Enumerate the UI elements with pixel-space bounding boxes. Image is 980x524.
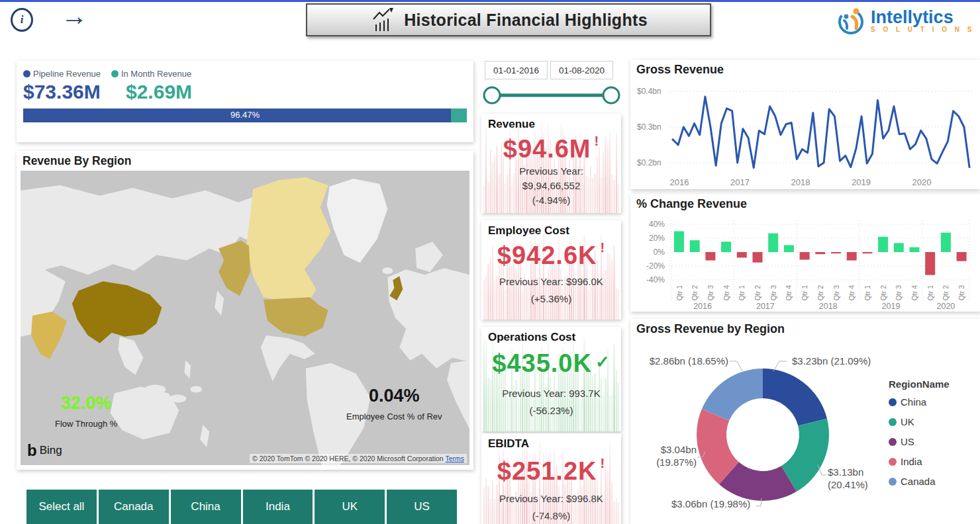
gross-revenue-line-chart[interactable]: $0.4bn$0.3bn$0.2bn20162017201820192020 (633, 77, 977, 189)
legend-dot (23, 70, 30, 77)
bar-2016-Qtr2[interactable] (690, 240, 700, 252)
chart-title: Gross Revenue (636, 63, 724, 77)
svg-text:Qtr 4: Qtr 4 (785, 285, 793, 300)
company-logo: Intellytics S O L U T I O N S (836, 3, 975, 38)
legend-item-canada[interactable]: Canada (889, 476, 950, 487)
legend-item-china[interactable]: China (889, 396, 950, 408)
slider-handle-start[interactable] (484, 87, 500, 103)
info-icon[interactable]: i (11, 8, 33, 32)
flow-through-label: Flow Through % (55, 419, 117, 429)
bing-logo[interactable]: bBing (27, 441, 62, 460)
callout-china: $3.23bn (21.09%) (792, 355, 871, 367)
svg-text:Qtr 2: Qtr 2 (879, 285, 887, 300)
bar-2017-Qtr3[interactable] (768, 234, 778, 252)
logo-name: Intellytics (871, 9, 975, 26)
terms-link[interactable]: Terms (445, 455, 464, 462)
select-all-button[interactable]: Select all (26, 490, 97, 524)
svg-text:2017: 2017 (730, 177, 750, 187)
pct-change-bar-chart[interactable]: 40%20%0%-20%-40%Qtr 1Qtr 2Qtr 3Qtr 42016… (633, 211, 977, 312)
legend-title: RegionName (889, 378, 950, 390)
legend-dot (111, 70, 119, 77)
svg-text:Qtr 1: Qtr 1 (801, 285, 808, 300)
check-indicator-icon: ✓ (595, 352, 611, 372)
kpi-title: EBIDTA (488, 437, 529, 451)
pipeline-revenue-card: Pipeline Revenue In Month Revenue $73.36… (17, 61, 473, 142)
svg-text:$0.4bn: $0.4bn (637, 87, 662, 96)
kpi-value: $251.2K! (481, 456, 621, 486)
warning-indicator-icon: ! (595, 134, 600, 148)
arrow-right-icon[interactable]: → (61, 1, 87, 31)
legend-item-india[interactable]: India (889, 456, 950, 467)
legend-item-uk[interactable]: UK (889, 416, 950, 427)
kpi-previous-year: Previous Year: 993.7K(-56.23%) (481, 385, 621, 419)
bar-2017-Qtr1[interactable] (737, 252, 747, 257)
callout-uk: $3.13bn(20.41%) (828, 466, 868, 491)
legend-item-us[interactable]: US (889, 436, 950, 447)
svg-text:Qtr 2: Qtr 2 (816, 285, 824, 300)
report-title-box: Historical Financial Highlights (306, 3, 711, 36)
donut-slice-china[interactable] (763, 369, 827, 426)
page-title: Historical Financial Highlights (404, 11, 648, 30)
bar-2016-Qtr3[interactable] (705, 252, 715, 261)
bar-2019-Qtr3[interactable] (894, 243, 904, 252)
legend-item-pipeline[interactable]: Pipeline Revenue (23, 69, 101, 79)
bar-2016-Qtr1[interactable] (674, 232, 684, 253)
us-button[interactable]: US (387, 490, 457, 524)
svg-text:-40%: -40% (646, 275, 665, 284)
svg-text:Qtr 3: Qtr 3 (895, 285, 903, 300)
svg-text:Qtr 3: Qtr 3 (707, 285, 714, 300)
india-button[interactable]: India (243, 490, 313, 524)
gross-revenue-by-region-card: Gross Revenue by Region $2.86bn (18.65%)… (630, 319, 980, 524)
top-accent-bar (0, 0, 980, 2)
bar-2017-Qtr2[interactable] (753, 252, 763, 263)
svg-text:20%: 20% (649, 234, 665, 243)
kpi-value: $942.6K! (481, 240, 621, 270)
bar-2020-Qtr3[interactable] (957, 252, 967, 261)
legend-dot (889, 418, 897, 426)
donut-slice-canada[interactable] (702, 369, 763, 421)
date-range-slider (481, 81, 621, 110)
bar-2020-Qtr1[interactable] (925, 252, 935, 275)
employee-cost-pct-metric: 0.04% Employee Cost % of Rev (346, 386, 442, 421)
operations-cost-kpi-card: Operations Cost $435.0K✓ Previous Year: … (481, 327, 621, 431)
date-range-slicer: 01-01-2016 01-08-2020 (481, 58, 621, 111)
bar-2019-Qtr4[interactable] (910, 247, 920, 252)
ebidta-kpi-card: EBIDTA $251.2K! Previous Year: $996.8K(-… (481, 433, 621, 524)
legend-dot (889, 398, 897, 406)
bar-2016-Qtr4[interactable] (721, 241, 731, 252)
bar-2017-Qtr4[interactable] (784, 245, 794, 253)
slider-handle-end[interactable] (603, 87, 619, 103)
svg-text:$0.2bn: $0.2bn (637, 158, 662, 167)
bar-2019-Qtr2[interactable] (878, 237, 888, 252)
bing-map[interactable]: 32.0% Flow Through % 0.04% Employee Cost… (21, 171, 469, 465)
dashboard: i → Historical Financial Highlights Inte… (0, 0, 980, 524)
svg-text:Qtr 4: Qtr 4 (722, 285, 730, 300)
bar-2020-Qtr2[interactable] (941, 233, 951, 252)
svg-text:2016: 2016 (670, 177, 689, 187)
china-button[interactable]: China (171, 490, 241, 524)
start-date-input[interactable]: 01-01-2016 (485, 61, 548, 79)
chart-title: % Change Revenue (636, 197, 747, 211)
bar-2018-Qtr2[interactable] (815, 252, 825, 254)
bar-2018-Qtr3[interactable] (831, 252, 841, 253)
bar-2018-Qtr4[interactable] (847, 252, 857, 261)
svg-text:2020: 2020 (936, 302, 955, 311)
inmonth-revenue-value: $2.69M (126, 81, 192, 103)
svg-text:Qtr 3: Qtr 3 (832, 285, 840, 300)
svg-text:Qtr 1: Qtr 1 (926, 285, 934, 300)
canada-button[interactable]: Canada (99, 490, 169, 524)
svg-text:0%: 0% (654, 247, 665, 257)
svg-text:Qtr 1: Qtr 1 (675, 285, 683, 300)
uk-button[interactable]: UK (315, 490, 385, 524)
end-date-input[interactable]: 01-08-2020 (550, 61, 613, 79)
bar-2019-Qtr1[interactable] (862, 252, 872, 253)
legend-item-inmonth[interactable]: In Month Revenue (111, 69, 191, 79)
svg-text:2016: 2016 (693, 302, 712, 311)
flow-through-value: 32.0% (55, 393, 117, 414)
svg-text:Qtr 1: Qtr 1 (738, 285, 746, 300)
warning-indicator-icon: ! (601, 240, 606, 255)
logo-subtitle: S O L U T I O N S (871, 26, 975, 33)
bar-2018-Qtr1[interactable] (800, 252, 810, 260)
callout-india: $3.04bn(19.87%) (648, 443, 697, 468)
revenue-progress-bar[interactable]: 96.47% (23, 109, 467, 122)
